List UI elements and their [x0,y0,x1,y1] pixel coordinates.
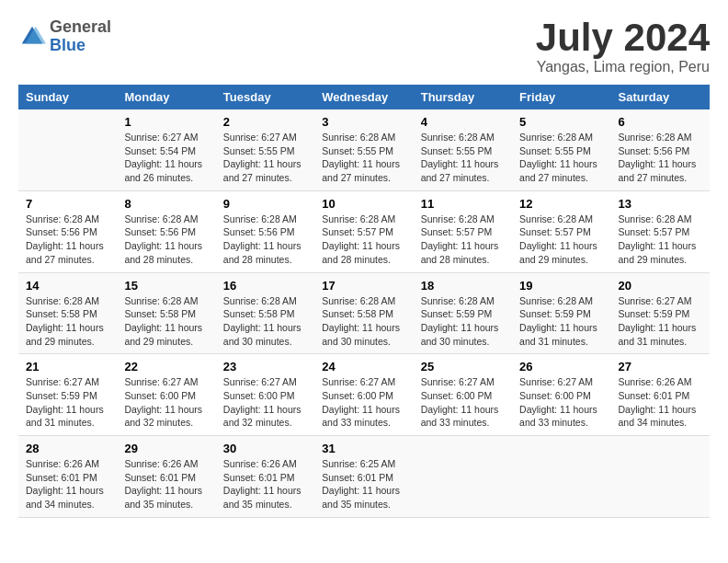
calendar-cell: 5Sunrise: 6:28 AMSunset: 5:55 PMDaylight… [512,109,610,190]
calendar-cell: 9Sunrise: 6:28 AMSunset: 5:56 PMDaylight… [216,190,314,272]
day-number: 26 [519,360,603,373]
logo: General Blue [18,18,111,55]
calendar-cell [18,109,117,190]
calendar-week-row: 14Sunrise: 6:28 AMSunset: 5:58 PMDayligh… [18,272,710,354]
day-of-week-header: Monday [117,85,215,109]
calendar-week-row: 21Sunrise: 6:27 AMSunset: 5:59 PMDayligh… [18,354,710,436]
calendar-cell: 19Sunrise: 6:28 AMSunset: 5:59 PMDayligh… [512,272,610,354]
logo-icon [18,23,46,51]
day-number: 29 [124,442,208,455]
calendar-table: SundayMondayTuesdayWednesdayThursdayFrid… [18,85,710,518]
day-info: Sunrise: 6:27 AMSunset: 6:00 PMDaylight:… [223,375,307,430]
day-number: 15 [124,279,208,293]
day-of-week-header: Thursday [414,85,512,109]
calendar-cell: 8Sunrise: 6:28 AMSunset: 5:56 PMDaylight… [117,190,215,272]
calendar-cell: 25Sunrise: 6:27 AMSunset: 6:00 PMDayligh… [414,354,512,436]
calendar-cell: 31Sunrise: 6:25 AMSunset: 6:01 PMDayligh… [314,436,413,518]
page-header: General Blue July 2024 Yangas, Lima regi… [18,18,710,75]
day-number: 8 [124,197,208,211]
calendar-cell: 1Sunrise: 6:27 AMSunset: 5:54 PMDaylight… [117,109,215,190]
calendar-cell: 16Sunrise: 6:28 AMSunset: 5:58 PMDayligh… [216,272,314,354]
calendar-cell: 7Sunrise: 6:28 AMSunset: 5:56 PMDaylight… [18,190,117,272]
day-info: Sunrise: 6:28 AMSunset: 5:56 PMDaylight:… [26,213,109,267]
day-number: 10 [322,197,405,211]
day-info: Sunrise: 6:28 AMSunset: 5:55 PMDaylight:… [421,131,505,185]
day-number: 3 [322,115,405,129]
day-number: 5 [519,115,603,129]
day-info: Sunrise: 6:26 AMSunset: 6:01 PMDaylight:… [26,457,109,511]
calendar-cell [611,436,710,518]
page-subtitle: Yangas, Lima region, Peru [536,59,710,75]
day-number: 27 [619,360,702,373]
calendar-cell: 10Sunrise: 6:28 AMSunset: 5:57 PMDayligh… [314,190,413,272]
day-info: Sunrise: 6:28 AMSunset: 5:56 PMDaylight:… [223,213,307,267]
day-of-week-header: Sunday [18,85,117,109]
day-of-week-header: Friday [512,85,610,109]
day-number: 4 [421,115,505,129]
calendar-cell: 6Sunrise: 6:28 AMSunset: 5:56 PMDaylight… [611,109,710,190]
day-number: 13 [619,197,702,211]
day-number: 6 [619,115,702,129]
calendar-cell: 18Sunrise: 6:28 AMSunset: 5:59 PMDayligh… [414,272,512,354]
day-info: Sunrise: 6:27 AMSunset: 6:00 PMDaylight:… [421,375,505,430]
day-number: 20 [619,279,702,293]
day-of-week-header: Wednesday [314,85,413,109]
calendar-cell: 13Sunrise: 6:28 AMSunset: 5:57 PMDayligh… [611,190,710,272]
day-number: 24 [322,360,405,373]
day-info: Sunrise: 6:28 AMSunset: 5:57 PMDaylight:… [519,213,603,267]
calendar-cell: 24Sunrise: 6:27 AMSunset: 6:00 PMDayligh… [314,354,413,436]
day-info: Sunrise: 6:28 AMSunset: 5:57 PMDaylight:… [619,213,702,267]
day-info: Sunrise: 6:28 AMSunset: 5:57 PMDaylight:… [421,213,505,267]
calendar-week-row: 28Sunrise: 6:26 AMSunset: 6:01 PMDayligh… [18,436,710,518]
calendar-cell: 28Sunrise: 6:26 AMSunset: 6:01 PMDayligh… [18,436,117,518]
day-info: Sunrise: 6:28 AMSunset: 5:59 PMDaylight:… [421,294,505,349]
day-number: 28 [26,442,109,455]
day-info: Sunrise: 6:25 AMSunset: 6:01 PMDaylight:… [322,457,405,511]
calendar-week-row: 1Sunrise: 6:27 AMSunset: 5:54 PMDaylight… [18,109,710,190]
day-number: 31 [322,442,405,455]
calendar-cell: 27Sunrise: 6:26 AMSunset: 6:01 PMDayligh… [611,354,710,436]
day-of-week-header: Tuesday [216,85,314,109]
logo-blue-text: Blue [50,37,111,55]
calendar-cell [512,436,610,518]
day-number: 23 [223,360,307,373]
logo-general-text: General [50,18,111,37]
day-number: 9 [223,197,307,211]
day-info: Sunrise: 6:27 AMSunset: 5:55 PMDaylight:… [223,131,307,185]
day-number: 30 [223,442,307,455]
day-info: Sunrise: 6:28 AMSunset: 5:56 PMDaylight:… [619,131,702,185]
calendar-cell: 11Sunrise: 6:28 AMSunset: 5:57 PMDayligh… [414,190,512,272]
day-number: 18 [421,279,505,293]
day-number: 17 [322,279,405,293]
day-info: Sunrise: 6:28 AMSunset: 5:57 PMDaylight:… [322,213,405,267]
day-number: 14 [26,279,109,293]
day-info: Sunrise: 6:27 AMSunset: 6:00 PMDaylight:… [322,375,405,430]
calendar-cell: 17Sunrise: 6:28 AMSunset: 5:58 PMDayligh… [314,272,413,354]
day-info: Sunrise: 6:27 AMSunset: 5:54 PMDaylight:… [124,131,208,185]
day-info: Sunrise: 6:28 AMSunset: 5:59 PMDaylight:… [519,294,603,349]
day-number: 7 [26,197,109,211]
title-block: July 2024 Yangas, Lima region, Peru [536,18,710,75]
day-number: 21 [26,360,109,373]
calendar-cell: 4Sunrise: 6:28 AMSunset: 5:55 PMDaylight… [414,109,512,190]
day-number: 11 [421,197,505,211]
calendar-cell: 15Sunrise: 6:28 AMSunset: 5:58 PMDayligh… [117,272,215,354]
day-number: 22 [124,360,208,373]
day-info: Sunrise: 6:26 AMSunset: 6:01 PMDaylight:… [124,457,208,511]
day-info: Sunrise: 6:28 AMSunset: 5:55 PMDaylight:… [519,131,603,185]
calendar-cell: 20Sunrise: 6:27 AMSunset: 5:59 PMDayligh… [611,272,710,354]
calendar-cell: 22Sunrise: 6:27 AMSunset: 6:00 PMDayligh… [117,354,215,436]
calendar-week-row: 7Sunrise: 6:28 AMSunset: 5:56 PMDaylight… [18,190,710,272]
calendar-header-row: SundayMondayTuesdayWednesdayThursdayFrid… [18,85,710,109]
day-info: Sunrise: 6:26 AMSunset: 6:01 PMDaylight:… [619,375,702,430]
calendar-cell: 23Sunrise: 6:27 AMSunset: 6:00 PMDayligh… [216,354,314,436]
day-info: Sunrise: 6:28 AMSunset: 5:56 PMDaylight:… [124,213,208,267]
calendar-cell [414,436,512,518]
calendar-cell: 3Sunrise: 6:28 AMSunset: 5:55 PMDaylight… [314,109,413,190]
calendar-cell: 29Sunrise: 6:26 AMSunset: 6:01 PMDayligh… [117,436,215,518]
day-info: Sunrise: 6:27 AMSunset: 5:59 PMDaylight:… [619,294,702,349]
day-info: Sunrise: 6:27 AMSunset: 6:00 PMDaylight:… [124,375,208,430]
day-number: 12 [519,197,603,211]
day-info: Sunrise: 6:27 AMSunset: 6:00 PMDaylight:… [519,375,603,430]
day-number: 2 [223,115,307,129]
